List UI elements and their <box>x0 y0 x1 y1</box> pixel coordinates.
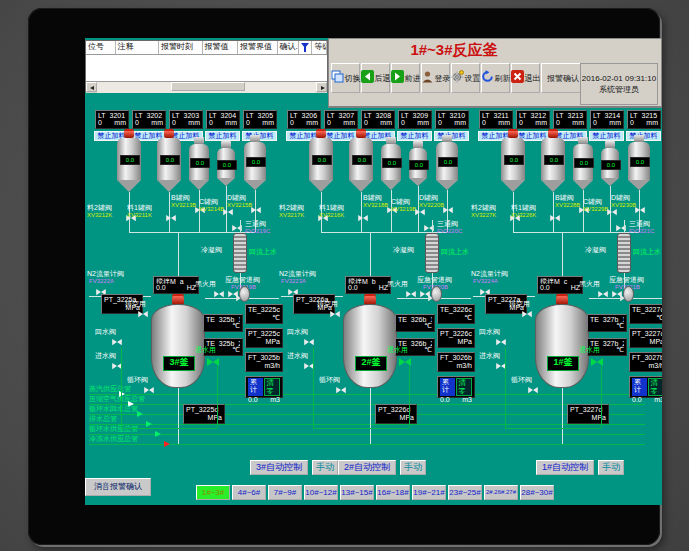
toolbar-button-back[interactable]: 后退 <box>361 63 390 93</box>
tank-level-box: LT_32060mm <box>287 110 321 129</box>
auto-control-button[interactable]: 3#自动控制 <box>250 460 308 475</box>
feed-tank: 0.0 <box>157 138 181 192</box>
auto-control-button[interactable]: 2#自动控制 <box>338 460 396 475</box>
totalizer-row: 0.0m3 <box>632 396 662 404</box>
tank-cone <box>189 180 209 190</box>
drain-valve-label: 退水用 <box>579 346 600 354</box>
scrollbar-track[interactable] <box>97 82 316 93</box>
feed-tank: 0.0 <box>309 138 333 192</box>
inline-filter-icon <box>431 286 442 302</box>
valve-icon[interactable] <box>443 207 453 214</box>
manual-button[interactable]: 手动 <box>400 460 426 475</box>
toolbar-button-label: 刷新 <box>495 73 511 84</box>
instrument-unit: mm <box>225 119 237 127</box>
scrollbar-thumb[interactable] <box>171 82 245 91</box>
alarm-table-body[interactable] <box>86 55 327 81</box>
totalizer-label[interactable]: 累计 <box>440 378 455 396</box>
nav-page-button[interactable]: 4#~6# <box>232 485 266 500</box>
pressure-box-d: PT_3227dMPa <box>567 404 609 424</box>
toolbar-button-exit[interactable]: 退出 <box>511 63 540 93</box>
totalizer-reset-button[interactable]: 清零 <box>264 378 281 396</box>
valve-icon[interactable] <box>358 215 368 222</box>
instrument-tag: LT_3211 <box>482 112 510 119</box>
alarm-column-header[interactable]: 报警界值 <box>238 41 278 54</box>
valve-icon[interactable] <box>528 387 538 394</box>
scroll-left-arrow-icon[interactable] <box>86 82 97 92</box>
toolbar-button-switch[interactable]: 切换 <box>331 63 360 93</box>
pipe <box>217 366 218 428</box>
toolbar-button-alarm-confirm[interactable]: 报警确认 <box>541 63 585 93</box>
valve-icon[interactable] <box>550 215 560 222</box>
manual-button[interactable]: 手动 <box>312 460 338 475</box>
instrument-tag: LT_3206 <box>290 112 318 119</box>
tank-level-display: 0.0 <box>312 155 332 165</box>
alarm-filter-cell[interactable] <box>299 41 312 54</box>
auto-control-button[interactable]: 1#自动控制 <box>536 460 594 475</box>
alarm-column-header[interactable]: 确认... <box>278 41 300 54</box>
tank-valve-name: B罐阀 <box>171 194 190 202</box>
valve-icon[interactable] <box>144 387 154 394</box>
nav-page-button[interactable]: 2#.26#.27# <box>484 485 518 500</box>
scroll-right-arrow-icon[interactable] <box>316 82 327 92</box>
totalizer-label[interactable]: 累计 <box>632 378 647 396</box>
tank-valve-tag: XV3211K <box>127 212 152 219</box>
valve-icon[interactable] <box>251 207 261 214</box>
nav-page-button[interactable]: 16#~18# <box>376 485 410 500</box>
condenser-valve-name: 冷凝阀 <box>393 246 414 254</box>
valve-icon[interactable] <box>138 311 148 318</box>
nav-page-button[interactable]: 13#~15# <box>340 485 374 500</box>
manual-button[interactable]: 手动 <box>598 460 624 475</box>
three-way-valve-tag: FV3219C <box>245 228 270 235</box>
toolbar-button-label: 切换 <box>345 73 361 84</box>
tank-cone <box>349 180 373 192</box>
valve-icon[interactable] <box>522 311 532 318</box>
nav-page-button[interactable]: 10#~12# <box>304 485 338 500</box>
toolbar-button-refresh[interactable]: 刷新 <box>481 63 510 93</box>
alarm-column-header[interactable]: 报警时刻 <box>159 41 202 54</box>
instrument-value: 0 <box>519 119 523 127</box>
totalizer-reset-button[interactable]: 清零 <box>648 378 663 396</box>
vent-valve-label: 排空用 <box>125 300 146 308</box>
totalizer-reset-button[interactable]: 清零 <box>456 378 473 396</box>
valve-icon[interactable] <box>166 215 176 222</box>
instrument-tag: LT_3201 <box>98 112 126 119</box>
toolbar-button-settings[interactable]: 设置 <box>451 63 480 93</box>
valve-icon[interactable] <box>635 207 645 214</box>
valve-icon[interactable] <box>330 311 340 318</box>
instrument-value: 0 <box>172 119 176 127</box>
feed-tank: 0.0 <box>189 144 209 190</box>
instrument-value: 0 <box>135 119 139 127</box>
nav-page-button[interactable]: 19#~21# <box>412 485 446 500</box>
forward-icon <box>391 69 404 87</box>
toolbar-button-forward[interactable]: 前进 <box>391 63 420 93</box>
tank-cap-icon <box>124 131 134 138</box>
totalizer-label[interactable]: 累计 <box>248 378 263 396</box>
instrument-tag: TE_3227c <box>632 306 662 314</box>
tank-cap-icon <box>194 137 204 144</box>
toolbar-button-login[interactable]: 登录 <box>421 63 450 93</box>
instrument-unit: MPa <box>592 414 606 422</box>
nav-page-button[interactable]: 28#~30# <box>520 485 554 500</box>
mute-alarm-button[interactable]: 消音报警确认 <box>85 478 151 496</box>
nav-page-button[interactable]: 7#~9# <box>268 485 302 500</box>
alarm-table-scrollbar[interactable] <box>86 81 327 93</box>
valve-icon[interactable] <box>304 339 314 346</box>
alarm-column-header[interactable]: 等级 <box>312 41 327 54</box>
valve-icon[interactable] <box>112 339 122 346</box>
alarm-column-header[interactable]: 位号 <box>86 41 116 54</box>
tank-level-display: 0.0 <box>246 157 266 167</box>
feed-tank: 0.0 <box>541 138 565 192</box>
alarm-column-header[interactable]: 注释 <box>116 41 159 54</box>
nav-page-button[interactable]: 1#~3# <box>196 485 230 500</box>
current-user: 系统管理员 <box>599 84 639 95</box>
nav-page-button[interactable]: 23#~25# <box>448 485 482 500</box>
tank-level-box: LT_32070mm <box>324 110 358 129</box>
valve-icon[interactable] <box>496 339 506 346</box>
tank-level-box: LT_32110mm <box>479 110 513 129</box>
valve-icon[interactable] <box>415 209 425 216</box>
valve-icon[interactable] <box>336 387 346 394</box>
valve-icon[interactable] <box>223 209 233 216</box>
valve-icon[interactable] <box>607 209 617 216</box>
instrument-tag: TE_3226c <box>440 306 472 314</box>
alarm-column-header[interactable]: 报警值 <box>203 41 239 54</box>
